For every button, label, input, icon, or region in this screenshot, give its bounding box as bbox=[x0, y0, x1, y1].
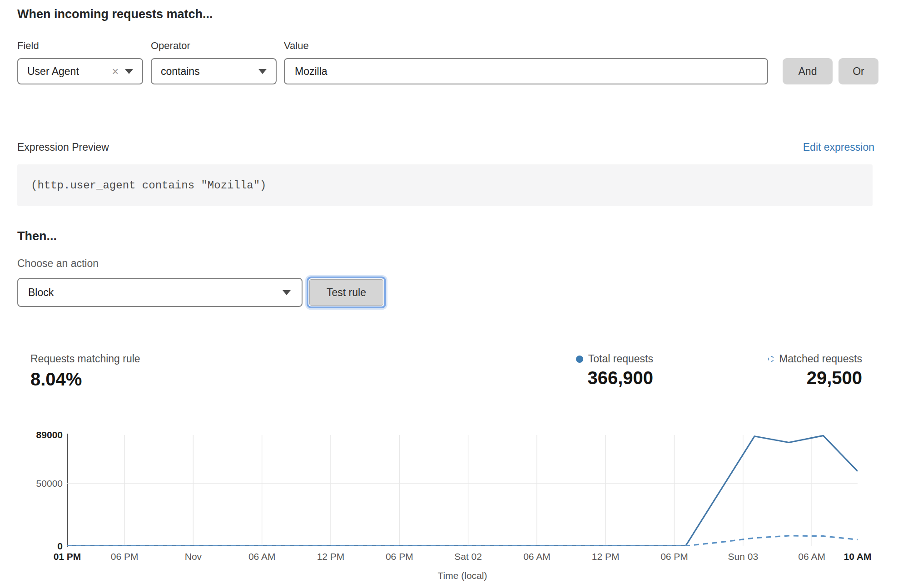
total-requests-value: 366,900 bbox=[576, 368, 653, 388]
total-requests-legend: Total requests bbox=[576, 353, 653, 365]
then-heading: Then... bbox=[17, 229, 57, 243]
x-tick-label: 12 PM bbox=[592, 551, 620, 562]
y-tick-label: 89000 bbox=[36, 430, 63, 440]
field-select-value: User Agent bbox=[18, 65, 109, 78]
clear-field-icon[interactable]: × bbox=[109, 66, 125, 77]
x-tick-label: 10 AM bbox=[843, 551, 871, 562]
x-tick-label: 06 AM bbox=[523, 551, 551, 562]
matched-requests-value: 29,500 bbox=[768, 368, 862, 388]
operator-label: Operator bbox=[151, 40, 190, 52]
plot-area bbox=[67, 435, 858, 546]
requests-matching-label: Requests matching rule bbox=[30, 353, 140, 365]
total-requests-label: Total requests bbox=[588, 353, 653, 365]
x-tick-label: 06 AM bbox=[248, 551, 276, 562]
action-select[interactable]: Block bbox=[17, 278, 303, 307]
matched-requests-stat: Matched requests 29,500 bbox=[768, 353, 862, 388]
matched-requests-legend: Matched requests bbox=[768, 353, 862, 365]
requests-matching-stat: Requests matching rule 8.04% bbox=[30, 353, 140, 390]
x-tick-label: 06 PM bbox=[386, 551, 413, 562]
requests-matching-value: 8.04% bbox=[30, 369, 140, 390]
operator-select[interactable]: contains bbox=[151, 58, 277, 84]
x-tick-label: Sat 02 bbox=[454, 551, 482, 562]
total-requests-stat: Total requests 366,900 bbox=[576, 353, 653, 388]
action-select-value: Block bbox=[18, 287, 283, 299]
value-input-wrap bbox=[284, 58, 768, 84]
chevron-down-icon bbox=[125, 69, 133, 74]
and-button[interactable]: And bbox=[783, 58, 833, 84]
edit-expression-link[interactable]: Edit expression bbox=[803, 141, 874, 153]
expression-code-box: (http.user_agent contains "Mozilla") bbox=[17, 164, 873, 206]
chevron-down-icon bbox=[283, 290, 291, 295]
x-tick-label: 01 PM bbox=[54, 551, 81, 562]
y-tick-label: 50000 bbox=[36, 478, 63, 489]
dashed-circle-icon bbox=[768, 356, 774, 362]
choose-action-label: Choose an action bbox=[17, 257, 99, 270]
x-axis-title: Time (local) bbox=[67, 570, 858, 581]
series-solid-line bbox=[67, 435, 858, 546]
field-select[interactable]: User Agent × bbox=[17, 58, 143, 84]
expression-code: (http.user_agent contains "Mozilla") bbox=[17, 179, 266, 192]
x-tick-label: 12 PM bbox=[317, 551, 345, 562]
test-rule-button[interactable]: Test rule bbox=[309, 279, 383, 306]
operator-select-value: contains bbox=[152, 65, 258, 78]
matched-requests-label: Matched requests bbox=[779, 353, 862, 365]
or-button[interactable]: Or bbox=[839, 58, 878, 84]
x-tick-label: Nov bbox=[185, 551, 202, 562]
x-tick-label: 06 PM bbox=[111, 551, 139, 562]
y-tick-label: 0 bbox=[57, 541, 63, 552]
y-axis-labels: 89000500000 bbox=[0, 435, 63, 546]
y-axis-line bbox=[67, 434, 68, 547]
x-tick-label: Sun 03 bbox=[728, 551, 759, 562]
series-dashed-line bbox=[67, 536, 858, 546]
x-tick-label: 06 PM bbox=[660, 551, 688, 562]
solid-dot-icon bbox=[576, 356, 583, 363]
value-input[interactable] bbox=[285, 59, 767, 84]
field-label: Field bbox=[17, 40, 39, 52]
x-tick-label: 06 AM bbox=[798, 551, 825, 562]
page-title: When incoming requests match... bbox=[17, 7, 213, 21]
x-axis-labels: 01 PM06 PMNov06 AM12 PM06 PMSat 0206 AM1… bbox=[67, 551, 858, 563]
expression-preview-label: Expression Preview bbox=[17, 141, 109, 153]
chevron-down-icon bbox=[258, 69, 267, 74]
value-label: Value bbox=[284, 40, 309, 52]
